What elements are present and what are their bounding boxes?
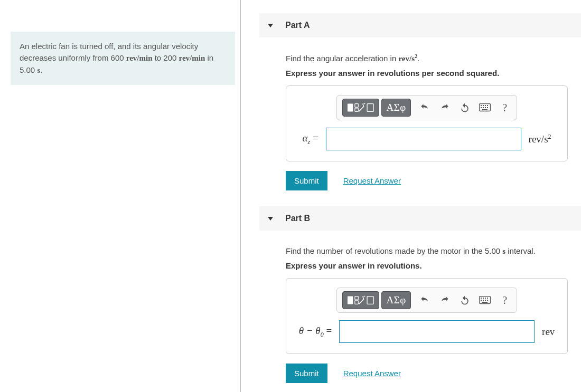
svg-rect-3 bbox=[355, 108, 359, 112]
part-a-instruction: Express your answer in revolutions per s… bbox=[286, 69, 568, 78]
part-a-variable: αz = bbox=[302, 132, 318, 146]
svg-rect-24 bbox=[487, 298, 488, 299]
help-icon[interactable]: ? bbox=[499, 101, 511, 114]
part-b-unit: rev bbox=[542, 326, 555, 338]
part-a-answer-panel: ΑΣφ ? bbox=[286, 85, 568, 161]
svg-rect-22 bbox=[483, 298, 484, 299]
part-b-variable: θ − θ0 = bbox=[299, 325, 332, 339]
part-a-unit: rev/s2 bbox=[529, 133, 551, 145]
redo-icon[interactable] bbox=[438, 294, 451, 307]
caret-down-icon bbox=[267, 22, 274, 28]
part-b-title: Part B bbox=[285, 214, 310, 223]
part-b-input[interactable] bbox=[339, 320, 535, 343]
part-b-request-answer-link[interactable]: Request Answer bbox=[343, 369, 401, 378]
svg-rect-27 bbox=[485, 300, 486, 301]
equation-toolbar: ΑΣφ ? bbox=[336, 288, 517, 313]
svg-rect-26 bbox=[483, 300, 484, 301]
caret-down-icon bbox=[267, 215, 274, 222]
svg-rect-19 bbox=[367, 297, 373, 304]
reset-icon[interactable] bbox=[458, 294, 471, 307]
svg-rect-25 bbox=[481, 300, 482, 301]
svg-rect-12 bbox=[485, 107, 486, 108]
part-a-title: Part A bbox=[285, 21, 310, 30]
keyboard-icon[interactable] bbox=[479, 294, 491, 307]
part-a-input[interactable] bbox=[326, 128, 521, 150]
svg-marker-15 bbox=[268, 217, 273, 221]
undo-icon[interactable] bbox=[418, 101, 431, 114]
svg-rect-8 bbox=[485, 105, 486, 106]
svg-rect-14 bbox=[482, 109, 488, 110]
part-a-submit-button[interactable]: Submit bbox=[286, 171, 327, 190]
svg-marker-0 bbox=[268, 24, 273, 27]
svg-rect-18 bbox=[355, 301, 359, 304]
svg-rect-10 bbox=[481, 107, 482, 108]
part-b-prompt: Find the number of revolutions made by t… bbox=[286, 246, 568, 256]
part-b-answer-panel: ΑΣφ ? bbox=[286, 278, 568, 354]
problem-unit-2: rev/min bbox=[179, 54, 205, 62]
svg-rect-6 bbox=[481, 105, 482, 106]
svg-rect-11 bbox=[483, 107, 484, 108]
problem-text-4: . bbox=[40, 65, 42, 74]
templates-button[interactable] bbox=[342, 99, 379, 117]
part-b-submit-button[interactable]: Submit bbox=[286, 364, 327, 383]
greek-button[interactable]: ΑΣφ bbox=[381, 99, 410, 117]
redo-icon[interactable] bbox=[438, 101, 451, 114]
part-a-prompt: Find the angular acceleration in rev/s2. bbox=[286, 53, 568, 63]
equation-toolbar: ΑΣφ ? bbox=[336, 95, 517, 120]
reset-icon[interactable] bbox=[458, 101, 471, 114]
help-icon[interactable]: ? bbox=[499, 294, 511, 307]
part-b-header[interactable]: Part B bbox=[259, 206, 581, 231]
svg-rect-7 bbox=[483, 105, 484, 106]
keyboard-icon[interactable] bbox=[479, 101, 491, 114]
part-a-header[interactable]: Part A bbox=[259, 13, 581, 37]
svg-rect-16 bbox=[348, 297, 353, 304]
svg-rect-1 bbox=[348, 104, 353, 112]
part-a-request-answer-link[interactable]: Request Answer bbox=[343, 176, 401, 185]
problem-statement: An electric fan is turned off, and its a… bbox=[11, 32, 235, 85]
svg-rect-17 bbox=[355, 297, 359, 300]
greek-button[interactable]: ΑΣφ bbox=[381, 291, 410, 309]
problem-text-2: to 200 bbox=[152, 53, 179, 62]
svg-rect-21 bbox=[481, 298, 482, 299]
svg-rect-13 bbox=[487, 107, 488, 108]
part-b-instruction: Express your answer in revolutions. bbox=[286, 261, 568, 270]
svg-rect-4 bbox=[367, 104, 373, 112]
problem-unit-1: rev/min bbox=[126, 54, 153, 62]
svg-rect-29 bbox=[482, 302, 488, 303]
undo-icon[interactable] bbox=[418, 294, 431, 307]
svg-rect-28 bbox=[487, 300, 488, 301]
svg-rect-2 bbox=[355, 104, 359, 108]
svg-rect-9 bbox=[487, 105, 488, 106]
svg-rect-23 bbox=[485, 298, 486, 299]
templates-button[interactable] bbox=[342, 291, 379, 309]
